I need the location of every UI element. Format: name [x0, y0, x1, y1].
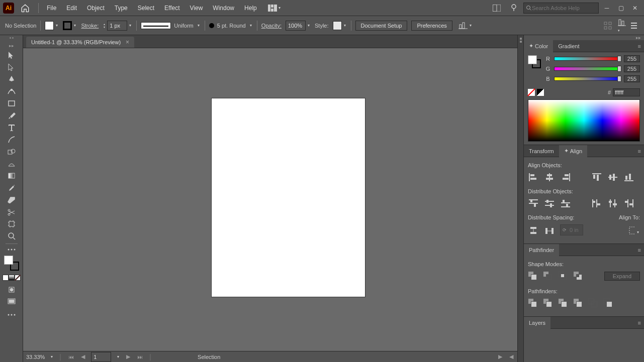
artboard-number[interactable]: 1: [91, 352, 111, 362]
green-slider[interactable]: G255: [545, 65, 640, 72]
trim[interactable]: [543, 298, 553, 308]
canvas[interactable]: [23, 48, 517, 351]
panel-dock-collapse[interactable]: [517, 35, 523, 362]
align-left[interactable]: [528, 172, 539, 181]
color-mode-selector[interactable]: [3, 275, 21, 281]
home-icon[interactable]: [19, 2, 31, 14]
draw-mode[interactable]: [4, 284, 19, 296]
menu-effect[interactable]: Effect: [159, 0, 185, 16]
dist-vcenter[interactable]: [544, 198, 555, 207]
minus-front[interactable]: [543, 271, 553, 281]
menu-edit[interactable]: Edit: [61, 0, 82, 16]
tab-gradient[interactable]: Gradient: [553, 40, 584, 52]
stroke-weight[interactable]: ▴▾ 1 px▾: [103, 20, 132, 31]
eraser-tool[interactable]: [4, 194, 19, 206]
artboard[interactable]: [212, 98, 365, 297]
tab-transform[interactable]: Transform: [524, 145, 559, 157]
line-segment-tool[interactable]: [4, 134, 19, 146]
red-slider[interactable]: R255: [545, 55, 640, 62]
maximize-button[interactable]: ▢: [615, 4, 627, 12]
unite[interactable]: [528, 271, 538, 281]
align-to-selector[interactable]: ▾: [629, 225, 640, 234]
black-white-swatch[interactable]: [537, 89, 544, 96]
align-vcenter[interactable]: [607, 172, 618, 181]
color-spectrum[interactable]: [528, 99, 640, 142]
minimize-button[interactable]: ─: [601, 4, 613, 12]
document-setup-button[interactable]: Document Setup: [355, 21, 408, 31]
tab-color[interactable]: ✦Color: [524, 40, 553, 52]
tab-align[interactable]: ✦Align: [559, 145, 587, 157]
transform-panel-icon[interactable]: [604, 22, 612, 30]
close-tab-icon[interactable]: ×: [126, 39, 129, 46]
intersect[interactable]: [558, 271, 568, 281]
opacity-input[interactable]: 100%▾: [286, 20, 311, 31]
menu-window[interactable]: Window: [208, 0, 239, 16]
align-panel-menu[interactable]: ≡: [635, 148, 644, 154]
menu-view[interactable]: View: [185, 0, 208, 16]
stroke-control[interactable]: ▾: [63, 20, 77, 31]
paintbrush-tool[interactable]: [4, 109, 19, 122]
gradient-tool[interactable]: [4, 170, 19, 182]
curvature-tool[interactable]: [4, 85, 19, 97]
align-right[interactable]: [560, 172, 571, 181]
gpu-performance-icon[interactable]: [506, 3, 521, 14]
dist-bottom[interactable]: [560, 198, 571, 207]
color-fill-stroke[interactable]: [528, 55, 541, 68]
zoom-level[interactable]: 33.33%: [26, 354, 45, 360]
more-tools[interactable]: [4, 311, 19, 319]
next-artboard[interactable]: ▶: [125, 353, 131, 360]
menu-type[interactable]: Type: [110, 0, 133, 16]
fill-stroke-swatch[interactable]: [4, 256, 19, 271]
menu-select[interactable]: Select: [133, 0, 159, 16]
type-tool[interactable]: [4, 122, 19, 134]
tab-layers[interactable]: Layers: [524, 317, 550, 329]
layers-panel-menu[interactable]: ≡: [635, 320, 644, 326]
variable-width-profile[interactable]: 5 pt. Round▾: [209, 20, 253, 31]
direct-selection-tool[interactable]: [4, 61, 19, 73]
divide[interactable]: [528, 298, 538, 308]
artboard-tool[interactable]: [4, 218, 19, 230]
outline[interactable]: [588, 298, 598, 308]
edit-toolbar[interactable]: [4, 246, 19, 254]
align-top[interactable]: [591, 172, 602, 181]
pen-tool[interactable]: [4, 73, 19, 85]
zoom-tool[interactable]: [4, 230, 19, 242]
panel-menu-icon[interactable]: [631, 23, 639, 29]
brush-definition[interactable]: Uniform▾: [141, 20, 201, 31]
none-swatch[interactable]: [528, 89, 535, 96]
dist-space-v[interactable]: [528, 225, 539, 234]
document-tab[interactable]: Untitled-1 @ 33.33% (RGB/Preview) ×: [26, 37, 134, 48]
shape-builder-tool[interactable]: [4, 146, 19, 158]
merge[interactable]: [558, 298, 568, 308]
selection-tool[interactable]: [4, 49, 19, 61]
last-artboard[interactable]: ⏭: [136, 354, 144, 360]
rectangle-tool[interactable]: [4, 97, 19, 109]
hex-input[interactable]: [613, 88, 640, 96]
dist-right[interactable]: [623, 198, 634, 207]
pathfinder-panel-menu[interactable]: ≡: [635, 247, 644, 253]
close-button[interactable]: ✕: [629, 4, 641, 12]
menu-object[interactable]: Object: [82, 0, 110, 16]
align-to-control[interactable]: ▾: [458, 20, 473, 31]
scroll-right[interactable]: ▶: [497, 353, 503, 360]
minus-back[interactable]: [603, 298, 613, 308]
blue-slider[interactable]: B255: [545, 75, 640, 82]
style-control[interactable]: ▾: [333, 20, 347, 31]
align-panel-icon[interactable]: ▾: [617, 19, 626, 33]
color-panel-menu[interactable]: ≡: [635, 43, 644, 49]
crop[interactable]: [573, 298, 583, 308]
prev-artboard[interactable]: ◀: [80, 353, 86, 360]
arrange-documents-icon[interactable]: [489, 3, 504, 14]
search-input[interactable]: [532, 5, 592, 11]
dist-top[interactable]: [528, 198, 539, 207]
menu-file[interactable]: File: [42, 0, 61, 16]
eyedropper-tool[interactable]: [4, 182, 19, 194]
first-artboard[interactable]: ⏮: [67, 354, 75, 360]
dist-left[interactable]: [591, 198, 602, 207]
spacing-value[interactable]: ⟳0 in: [560, 224, 583, 235]
menu-help[interactable]: Help: [239, 0, 262, 16]
panel-grip[interactable]: [4, 37, 19, 40]
fill-control[interactable]: ▾: [45, 20, 59, 31]
search-box[interactable]: [523, 3, 599, 14]
dist-space-h[interactable]: [544, 225, 555, 234]
